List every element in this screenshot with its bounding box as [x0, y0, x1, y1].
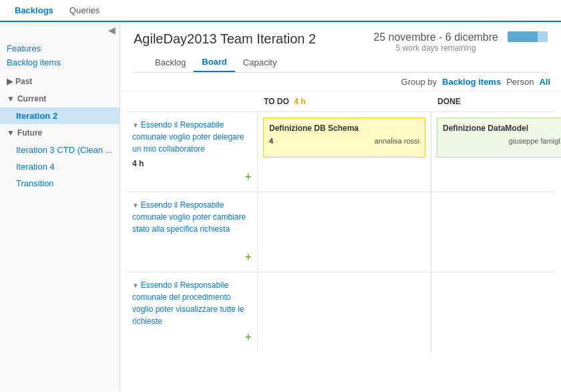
todo-count: 4 h: [294, 97, 305, 106]
past-arrow-icon: ▶: [7, 77, 13, 86]
person-label: Person: [506, 77, 534, 87]
row-hours-0: 4 h: [132, 158, 252, 170]
current-arrow-icon: ▼: [7, 94, 15, 104]
board-col-done-2: [431, 272, 561, 352]
board-col-done-1: [431, 192, 561, 272]
done-label: DONE: [437, 97, 461, 106]
group-by-label: Group by: [401, 77, 437, 87]
sub-nav-backlog[interactable]: Backlog: [147, 53, 194, 71]
card-hours-0-0: 4: [269, 137, 273, 145]
add-btn-1[interactable]: +: [244, 248, 252, 266]
board-label-spacer: [127, 91, 257, 112]
row-arrow-icon-2: ▼: [132, 282, 141, 289]
days-remaining: 5 work days remaining: [373, 43, 498, 53]
row-label-text-1: Essendo il Resposabile comunale voglio p…: [132, 200, 246, 234]
board-row-label-2: ▼ Essendo il Responsabile comunale del p…: [127, 272, 257, 352]
add-btn-0[interactable]: +: [244, 168, 252, 186]
top-nav-queries[interactable]: Queries: [61, 0, 108, 21]
sub-nav: Backlog Board Capacity: [134, 53, 548, 73]
row-arrow-icon-1: ▼: [132, 202, 141, 209]
sidebar-links: Features Backlog items: [0, 38, 120, 73]
board-row-label-0: ▼ Essendo il Resposabile comunale voglio…: [127, 112, 257, 192]
card-0-0: Definizione DB Schema 4 annalisa rossi: [263, 118, 425, 158]
sidebar-item-transition[interactable]: Transition: [0, 175, 120, 192]
row-label-text-2: Essendo il Responsabile comunale del pro…: [132, 280, 244, 326]
board-row-2: ▼ Essendo il Responsabile comunale del p…: [127, 272, 554, 352]
board-col-headers: TO DO 4 h DONE: [127, 91, 554, 112]
row-arrow-icon-0: ▼: [132, 122, 141, 129]
top-nav-backlogs[interactable]: Backlogs: [7, 0, 61, 22]
board-col-done-0: Definizione DataModel giuseppe famigl...: [431, 112, 561, 192]
row-label-text-0: Essendo il Resposabile comunale voglio p…: [132, 120, 244, 154]
sidebar-collapse-btn[interactable]: ◀: [108, 25, 116, 35]
sub-nav-capacity[interactable]: Capacity: [235, 53, 285, 71]
sidebar-link-backlog-items[interactable]: Backlog items: [7, 57, 113, 67]
date-range: 25 novembre - 6 dicembre: [373, 31, 498, 43]
sidebar-link-features[interactable]: Features: [7, 43, 113, 53]
sidebar-item-iteration3[interactable]: Iteration 3 CTD (Clean ...: [0, 142, 120, 158]
card-assignee-0-0: annalisa rossi: [375, 137, 419, 145]
card-done-assignee-0-0: giuseppe famigl...: [509, 137, 561, 145]
sub-nav-board[interactable]: Board: [194, 53, 235, 72]
page-title: AgileDay2013 Team Iteration 2: [134, 31, 316, 47]
card-done-0-0: Definizione DataModel giuseppe famigl...: [437, 118, 561, 158]
sidebar-item-iteration2[interactable]: Iteration 2: [0, 108, 120, 124]
board-col-todo-1: [257, 192, 431, 272]
sidebar-section-future[interactable]: ▼ Future: [0, 124, 120, 142]
sidebar-section-future-label: Future: [17, 128, 42, 138]
group-bar: Group by Backlog items Person All: [120, 73, 561, 91]
board: TO DO 4 h DONE ▼ Essendo il Resposabile …: [120, 91, 561, 391]
card-done-title-0-0: Definizione DataModel: [443, 124, 561, 133]
top-nav: Backlogs Queries: [0, 0, 561, 22]
todo-label: TO DO: [264, 97, 289, 106]
board-row-1: ▼ Essendo il Resposabile comunale voglio…: [127, 192, 554, 272]
board-col-todo-0: Definizione DB Schema 4 annalisa rossi: [257, 112, 431, 192]
person-value[interactable]: All: [539, 77, 550, 87]
board-col-todo-2: [257, 272, 431, 352]
sidebar: ◀ Features Backlog items ▶ Past ▼ Curren…: [0, 22, 120, 391]
card-footer-0-0: 4 annalisa rossi: [269, 137, 419, 145]
main-content: AgileDay2013 Team Iteration 2 25 novembr…: [120, 22, 561, 391]
sidebar-section-past-label: Past: [15, 77, 32, 86]
main-header: AgileDay2013 Team Iteration 2 25 novembr…: [120, 22, 561, 73]
header-date-section: 25 novembre - 6 dicembre 5 work days rem…: [373, 31, 548, 53]
board-rows: ▼ Essendo il Resposabile comunale voglio…: [127, 112, 554, 352]
sidebar-section-current-label: Current: [17, 94, 46, 104]
col-header-done: DONE: [431, 91, 561, 112]
main-layout: ◀ Features Backlog items ▶ Past ▼ Curren…: [0, 22, 561, 391]
board-row-label-1: ▼ Essendo il Resposabile comunale voglio…: [127, 192, 257, 272]
capacity-progress-bar: [508, 31, 548, 42]
col-header-todo: TO DO 4 h: [257, 91, 431, 112]
sidebar-item-iteration4[interactable]: Iteration 4: [0, 158, 120, 175]
group-by-value[interactable]: Backlog items: [442, 77, 501, 87]
sidebar-section-past[interactable]: ▶ Past: [0, 73, 120, 90]
board-row: ▼ Essendo il Resposabile comunale voglio…: [127, 112, 554, 192]
card-title-0-0: Definizione DB Schema: [269, 124, 419, 133]
sidebar-section-current[interactable]: ▼ Current: [0, 90, 120, 108]
add-btn-2[interactable]: +: [244, 329, 252, 347]
card-done-footer-0-0: giuseppe famigl...: [443, 137, 561, 145]
capacity-bar-inner: [508, 31, 538, 42]
future-arrow-icon: ▼: [7, 128, 15, 138]
